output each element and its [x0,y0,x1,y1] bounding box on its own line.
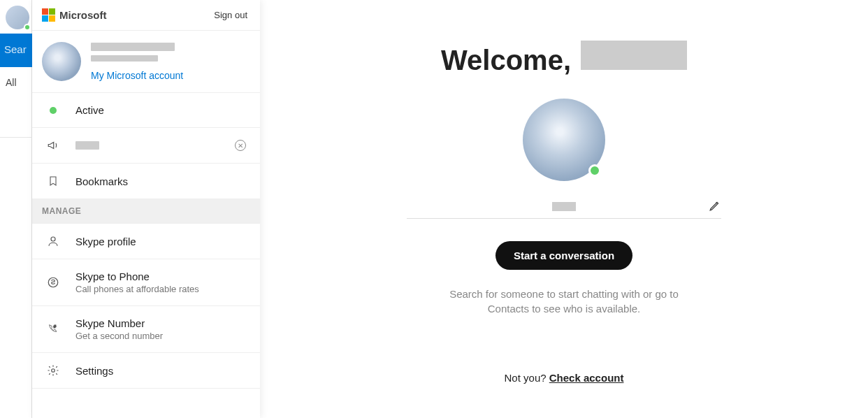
welcome-heading: Welcome, [441,41,687,76]
status-row[interactable]: Active [32,93,260,128]
pencil-icon[interactable] [709,199,721,215]
microsoft-logo-icon [42,8,55,22]
welcome-text: Welcome, [441,45,571,76]
skype-profile-row[interactable]: Skype profile [32,224,260,259]
gear-icon [46,364,60,377]
skype-number-title: Skype Number [75,317,163,329]
skype-credit-icon [46,276,60,289]
profile-email-redacted [91,55,158,62]
start-conversation-button[interactable]: Start a conversation [496,241,632,270]
status-label: Active [75,104,104,116]
microsoft-logo: Microsoft [42,8,107,22]
avatar-small[interactable] [6,6,29,29]
mood-row[interactable]: ✕ [32,128,260,164]
bookmarks-label: Bookmarks [75,175,128,187]
person-icon [46,235,60,247]
presence-dot-icon [50,107,57,114]
mood-text-redacted [75,141,99,150]
main-content: Welcome, Start a conversation Search for… [260,0,868,418]
welcome-name-redacted [581,41,687,70]
not-you-row: Not you? Check account [505,372,624,384]
divider [0,137,32,138]
profile-block: My Microsoft account [32,31,260,93]
svg-point-0 [51,237,55,241]
my-microsoft-account-link[interactable]: My Microsoft account [91,70,183,81]
dialpad-icon: # [46,323,60,336]
left-rail: Sear All [0,0,32,418]
settings-row[interactable]: Settings [32,353,260,389]
filter-all-tab[interactable]: All [0,67,32,101]
svg-point-3 [52,369,55,373]
skype-to-phone-desc: Call phones at affordable rates [75,284,199,294]
clear-mood-icon[interactable]: ✕ [235,140,246,151]
help-text: Search for someone to start chatting wit… [431,287,697,316]
avatar-medium[interactable] [42,42,81,81]
svg-point-1 [48,278,58,287]
display-name-row[interactable] [407,202,721,219]
skype-number-row[interactable]: # Skype Number Get a second number [32,306,260,353]
brand-text: Microsoft [59,9,107,21]
presence-dot-icon [24,24,31,31]
avatar-large-wrap[interactable] [523,99,605,181]
display-name-redacted [552,202,576,211]
skype-profile-label: Skype profile [75,236,136,247]
skype-to-phone-title: Skype to Phone [75,271,199,282]
manage-section-label: MANAGE [32,199,260,224]
sign-out-link[interactable]: Sign out [214,10,247,20]
settings-panel: Microsoft Sign out My Microsoft account … [32,0,260,418]
check-account-link[interactable]: Check account [549,372,624,384]
not-you-text: Not you? [505,372,549,384]
profile-name-redacted [91,43,175,51]
skype-to-phone-row[interactable]: Skype to Phone Call phones at affordable… [32,259,260,306]
panel-header: Microsoft Sign out [32,0,260,31]
bookmark-icon [46,175,60,187]
bookmarks-row[interactable]: Bookmarks [32,164,260,199]
megaphone-icon [46,139,60,152]
skype-number-desc: Get a second number [75,331,163,341]
svg-text:#: # [54,324,57,329]
settings-label: Settings [75,365,113,377]
search-tab[interactable]: Sear [0,34,32,67]
presence-dot-icon [588,164,601,177]
